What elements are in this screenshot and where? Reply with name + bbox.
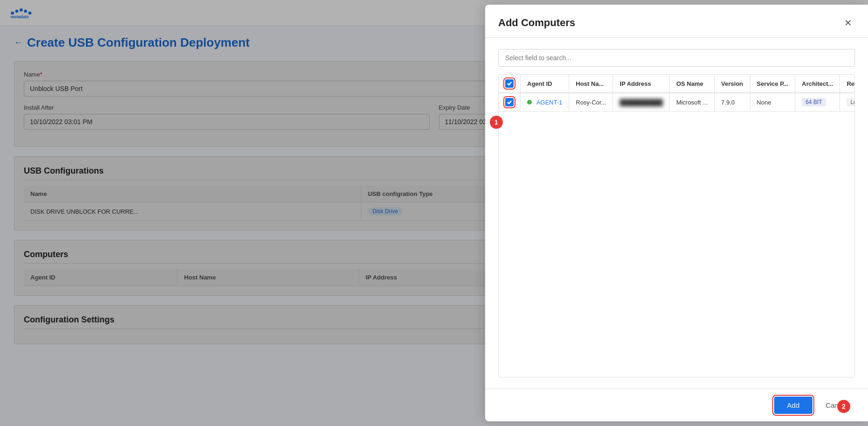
modal-table-header-row: Agent ID Host Na... IP Address OS Name V… (499, 75, 855, 93)
row-checkbox[interactable] (505, 98, 514, 106)
step-2-indicator: 2 (837, 400, 850, 413)
add-computers-modal: Add Computers ✕ Agent ID Host Na... IP A… (485, 5, 868, 421)
modal-body: Agent ID Host Na... IP Address OS Name V… (485, 38, 868, 389)
row-checkbox-cell (499, 93, 521, 112)
modal-table-wrapper: Agent ID Host Na... IP Address OS Name V… (498, 74, 855, 377)
add-button[interactable]: Add (774, 397, 813, 414)
col-checkbox (499, 75, 521, 93)
table-row: AGENT-1 Rosy-Cor... ██████████ Microsoft… (499, 93, 855, 112)
modal-title: Add Computers (498, 17, 575, 29)
col-service-pack: Service P... (750, 75, 795, 93)
modal-footer: Add Cancel (485, 389, 868, 421)
row-architecture: 64 BIT (795, 93, 840, 112)
row-os-name: Microsoft ... (670, 93, 714, 112)
agent-link[interactable]: AGENT-1 (536, 99, 563, 106)
step-1-indicator: 1 (490, 116, 503, 129)
col-os-name: OS Name (670, 75, 714, 93)
status-dot (527, 100, 532, 105)
col-remote: Remote ... (840, 75, 855, 93)
row-agent-id: AGENT-1 (521, 93, 569, 112)
row-remote: Local Office (840, 93, 855, 112)
col-ip-address: IP Address (613, 75, 670, 93)
col-architecture: Architect... (795, 75, 840, 93)
modal-header: Add Computers ✕ (485, 5, 868, 38)
arch-badge: 64 BIT (802, 98, 826, 106)
col-host-name: Host Na... (569, 75, 613, 93)
col-version: Version (714, 75, 750, 93)
col-agent-id: Agent ID (521, 75, 569, 93)
select-all-checkbox[interactable] (505, 79, 514, 88)
row-host-name: Rosy-Cor... (569, 93, 613, 112)
row-version: 7.9.0 (714, 93, 750, 112)
modal-computers-table: Agent ID Host Na... IP Address OS Name V… (499, 75, 855, 112)
row-service-pack: None (750, 93, 795, 112)
row-ip-address: ██████████ (613, 93, 670, 112)
office-badge: Local Office (847, 98, 855, 106)
modal-close-button[interactable]: ✕ (841, 16, 855, 30)
search-input[interactable] (498, 49, 855, 67)
